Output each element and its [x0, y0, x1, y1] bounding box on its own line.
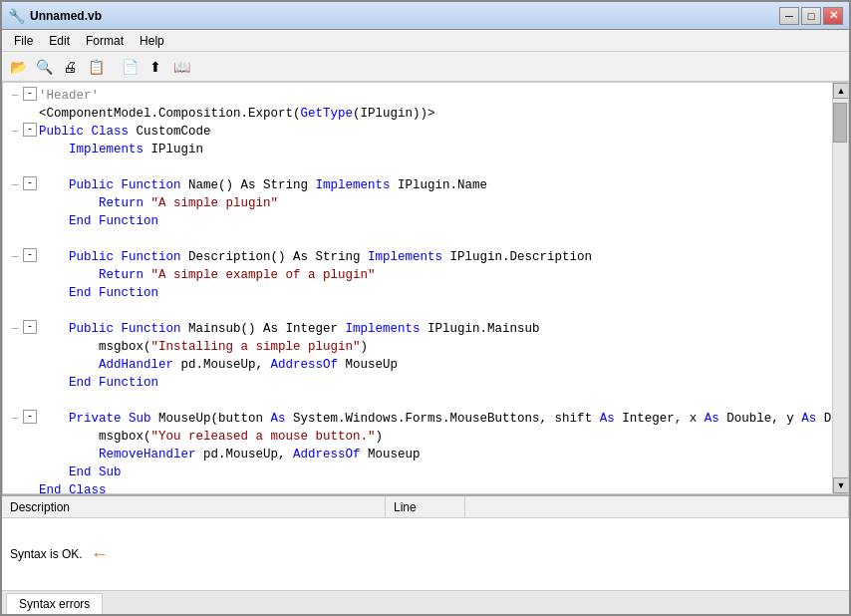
find-button[interactable]: 🔍 [32, 55, 56, 79]
menu-bar: File Edit Format Help [2, 30, 849, 52]
code-text [39, 392, 47, 410]
close-button[interactable]: ✕ [823, 7, 843, 25]
app-icon: 🔧 [8, 8, 24, 24]
expand-btn[interactable]: - [23, 123, 37, 137]
code-line: Return "A simple example of a plugin" [3, 266, 832, 284]
gutter: ─ [7, 87, 23, 105]
bottom-content: Syntax is OK. ← [2, 518, 849, 590]
code-text: Implements IPlugin [39, 141, 203, 158]
expand-btn[interactable]: - [23, 320, 37, 334]
print-button[interactable]: 🖨 [58, 55, 82, 79]
description-column-header: Description [2, 496, 386, 517]
code-text: AddHandler pd.MouseUp, AddressOf MouseUp [39, 356, 398, 374]
code-text: Public Function Name() As String Impleme… [39, 176, 487, 194]
up-button[interactable]: ⬆ [143, 55, 167, 79]
gutter: ─ [7, 176, 23, 194]
code-line [3, 392, 832, 410]
toolbar: 📂 🔍 🖨 📋 📄 ⬆ 📖 [2, 52, 849, 82]
code-line: End Function [3, 212, 832, 230]
code-text: msgbox("You released a mouse button.") [39, 428, 383, 446]
window-title: Unnamed.vb [30, 9, 773, 23]
bottom-header: Description Line [2, 496, 849, 518]
extra-column-header [465, 496, 849, 517]
code-text: Return "A simple plugin" [39, 194, 278, 212]
code-line: Implements IPlugin [3, 141, 832, 158]
code-line: End Class [3, 481, 832, 493]
code-line: End Function [3, 374, 832, 392]
scroll-down-button[interactable]: ▼ [833, 477, 849, 493]
main-window: 🔧 Unnamed.vb ─ □ ✕ File Edit Format Help… [0, 0, 851, 616]
code-text: End Sub [39, 463, 122, 481]
syntax-errors-tab[interactable]: Syntax errors [6, 593, 103, 614]
help-button[interactable]: 📖 [169, 55, 193, 79]
scrollbar: ▲ ▼ [832, 83, 848, 493]
arrow-icon: ← [91, 544, 109, 565]
code-text: Public Class CustomCode [39, 123, 211, 141]
open-button[interactable]: 📂 [6, 55, 30, 79]
code-line: End Sub [3, 463, 832, 481]
tab-bar: Syntax errors [2, 590, 849, 614]
menu-edit[interactable]: Edit [41, 32, 78, 50]
code-line: <ComponentModel.Composition.Export(GetTy… [3, 105, 832, 123]
code-line: ─ - Public Function Name() As String Imp… [3, 176, 832, 194]
expand-btn[interactable]: - [23, 248, 37, 262]
code-text: RemoveHandler pd.MouseUp, AddressOf Mous… [39, 446, 421, 463]
code-line [3, 158, 832, 176]
code-text: 'Header' [39, 87, 99, 105]
code-line: ─ - Public Function Description() As Str… [3, 248, 832, 266]
code-text: Private Sub MouseUp(button As System.Win… [39, 410, 832, 428]
syntax-status: Syntax is OK. [10, 547, 83, 561]
code-line [3, 302, 832, 320]
code-text [39, 158, 47, 176]
code-text [39, 230, 47, 248]
menu-format[interactable]: Format [78, 32, 132, 50]
scroll-track[interactable] [833, 99, 848, 477]
code-text: End Function [39, 374, 158, 392]
code-line: RemoveHandler pd.MouseUp, AddressOf Mous… [3, 446, 832, 463]
expand-btn[interactable]: - [23, 410, 37, 424]
menu-help[interactable]: Help [132, 32, 172, 50]
code-text [39, 302, 47, 320]
code-line: ─ - 'Header' [3, 87, 832, 105]
line-column-header: Line [386, 496, 465, 517]
gutter: ─ [7, 410, 23, 428]
scroll-up-button[interactable]: ▲ [833, 83, 849, 99]
code-text: Public Function Description() As String … [39, 248, 592, 266]
code-text: Return "A simple example of a plugin" [39, 266, 376, 284]
code-text: msgbox("Installing a simple plugin") [39, 338, 368, 356]
code-panel[interactable]: ─ - 'Header' <ComponentModel.Composition… [3, 83, 832, 493]
minimize-button[interactable]: ─ [779, 7, 799, 25]
code-text: <ComponentModel.Composition.Export(GetTy… [39, 105, 435, 123]
code-line: Return "A simple plugin" [3, 194, 832, 212]
window-controls: ─ □ ✕ [779, 7, 843, 25]
code-line: msgbox("You released a mouse button.") [3, 428, 832, 446]
code-text: End Function [39, 212, 158, 230]
code-text: End Class [39, 481, 107, 493]
gutter: ─ [7, 123, 23, 141]
editor-area: ─ - 'Header' <ComponentModel.Composition… [2, 82, 849, 494]
menu-file[interactable]: File [6, 32, 41, 50]
expand-btn[interactable]: - [23, 87, 37, 101]
code-line: ─ - Private Sub MouseUp(button As System… [3, 410, 832, 428]
gutter: ─ [7, 320, 23, 338]
code-line: msgbox("Installing a simple plugin") [3, 338, 832, 356]
code-text: Public Function Mainsub() As Integer Imp… [39, 320, 540, 338]
maximize-button[interactable]: □ [801, 7, 821, 25]
scroll-thumb[interactable] [833, 103, 847, 143]
clipboard-button[interactable]: 📋 [84, 55, 108, 79]
code-line: ─ - Public Function Mainsub() As Integer… [3, 320, 832, 338]
gutter: ─ [7, 248, 23, 266]
code-line: ─ - Public Class CustomCode [3, 123, 832, 141]
title-bar: 🔧 Unnamed.vb ─ □ ✕ [2, 2, 849, 30]
new-button[interactable]: 📄 [118, 55, 142, 79]
code-line: AddHandler pd.MouseUp, AddressOf MouseUp [3, 356, 832, 374]
code-text: End Function [39, 284, 158, 302]
bottom-panel: Description Line Syntax is OK. ← Syntax … [2, 494, 849, 614]
expand-btn[interactable]: - [23, 176, 37, 190]
editor-container: ─ - 'Header' <ComponentModel.Composition… [2, 82, 849, 614]
code-line [3, 230, 832, 248]
code-line: End Function [3, 284, 832, 302]
